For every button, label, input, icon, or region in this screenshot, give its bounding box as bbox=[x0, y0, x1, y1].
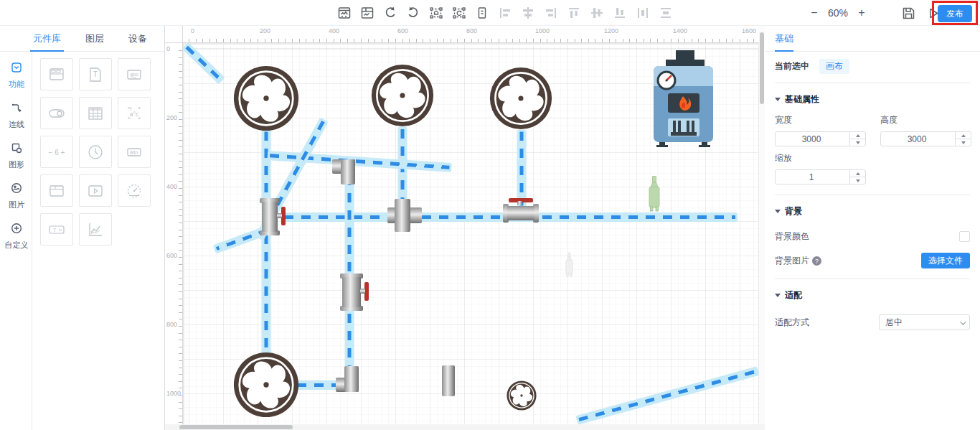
horizontal-scrollbar-thumb[interactable] bbox=[179, 425, 293, 429]
rail-item-connector[interactable]: 连线 bbox=[0, 96, 32, 136]
properties-panel: 基础 当前选中 画布 基础属性 宽度 高度 bbox=[765, 26, 980, 430]
ruler-tick-label: 1200 bbox=[604, 27, 618, 34]
rail-item-images[interactable]: 图片 bbox=[0, 177, 32, 217]
redo-icon[interactable] bbox=[405, 4, 422, 22]
collapse-caret-icon bbox=[775, 294, 781, 297]
save-template-icon[interactable] bbox=[359, 4, 376, 22]
background-color-swatch[interactable] bbox=[959, 231, 970, 242]
rail-item-shapes[interactable]: 图形 bbox=[0, 136, 32, 177]
height-input bbox=[880, 131, 971, 146]
tab-layers[interactable]: 图层 bbox=[85, 26, 104, 52]
step-up-icon[interactable] bbox=[850, 170, 865, 177]
palette-item-chart-widget[interactable] bbox=[79, 213, 112, 246]
vertical-scrollbar-thumb[interactable] bbox=[760, 32, 764, 104]
palette-item-table-widget[interactable] bbox=[79, 97, 112, 129]
choose-file-button[interactable]: 选择文件 bbox=[921, 253, 970, 268]
select-widget-icon: T bbox=[47, 220, 66, 239]
zoom-out-button[interactable]: − bbox=[808, 6, 821, 19]
distribute-vertical-icon[interactable] bbox=[657, 4, 674, 22]
section-background[interactable]: 背景 bbox=[775, 195, 970, 220]
bottle-device[interactable] bbox=[564, 248, 575, 282]
step-up-icon[interactable] bbox=[956, 132, 971, 139]
fan-device[interactable] bbox=[371, 64, 434, 127]
palette-item-button-widget[interactable]: Btn bbox=[118, 136, 151, 168]
scale-field[interactable] bbox=[776, 170, 847, 184]
step-down-icon[interactable] bbox=[850, 139, 865, 146]
align-middle-vertical-icon[interactable] bbox=[588, 4, 606, 22]
panel-widget-icon bbox=[47, 182, 66, 200]
ruler-tick-label: 800 bbox=[466, 27, 477, 34]
rail-item-custom[interactable]: 自定义 bbox=[0, 217, 32, 257]
palette-item-clock-widget[interactable] bbox=[79, 136, 112, 168]
ruler-tick-label: 600 bbox=[397, 27, 408, 34]
temperature-widget-icon: a°cT bbox=[125, 104, 143, 123]
palette-item-switch-widget[interactable] bbox=[40, 97, 73, 129]
align-bottom-icon[interactable] bbox=[611, 4, 628, 22]
background-color-label: 背景颜色 bbox=[775, 230, 809, 243]
zoom-in-button[interactable]: + bbox=[855, 6, 868, 19]
ruler-tick-label: 800 bbox=[166, 321, 177, 328]
scale-stepper bbox=[849, 170, 865, 184]
distribute-horizontal-icon[interactable] bbox=[634, 4, 651, 22]
palette-item-panel-widget[interactable] bbox=[40, 174, 73, 207]
section-basic-properties[interactable]: 基础属性 bbox=[775, 83, 970, 108]
align-center-horizontal-icon[interactable] bbox=[519, 4, 537, 22]
tab-component-library[interactable]: 元件库 bbox=[33, 26, 61, 52]
palette-item-input-widget[interactable]: abc bbox=[118, 58, 151, 90]
align-top-icon[interactable] bbox=[565, 4, 583, 22]
step-down-icon[interactable] bbox=[850, 177, 865, 184]
fan-device[interactable] bbox=[233, 352, 299, 418]
boiler-device[interactable] bbox=[649, 50, 717, 147]
width-field[interactable] bbox=[776, 132, 847, 146]
undo-icon[interactable] bbox=[382, 4, 399, 22]
fan-icon bbox=[371, 64, 434, 127]
pipe-piece[interactable] bbox=[442, 365, 455, 396]
align-left-icon[interactable] bbox=[496, 4, 514, 22]
palette-item-tabs-widget[interactable] bbox=[40, 58, 73, 90]
group-icon[interactable] bbox=[428, 4, 445, 22]
palette-item-temperature-widget[interactable]: a°cT bbox=[118, 97, 151, 129]
fan-device[interactable] bbox=[233, 65, 299, 131]
palette-item-select-widget[interactable]: T bbox=[40, 213, 73, 246]
editor-canvas[interactable]: 02004006008001000120014001600 0200400600… bbox=[165, 26, 765, 430]
valve-device[interactable] bbox=[500, 197, 547, 228]
rail-item-function[interactable]: 功能 bbox=[0, 56, 32, 96]
ruler-tick-label: 200 bbox=[260, 27, 270, 34]
text-widget-icon: T bbox=[86, 65, 105, 84]
component-panel-icon[interactable] bbox=[473, 4, 491, 22]
pipe-elbow[interactable] bbox=[341, 159, 355, 184]
export-image-icon[interactable] bbox=[336, 4, 353, 22]
pipe-segment[interactable] bbox=[517, 129, 527, 207]
pipe-segment[interactable] bbox=[262, 129, 271, 359]
valve-device[interactable] bbox=[258, 197, 288, 238]
tab-devices[interactable]: 设备 bbox=[128, 26, 147, 52]
step-down-icon[interactable] bbox=[956, 139, 971, 146]
palette-item-gauge-widget[interactable] bbox=[118, 174, 151, 207]
publish-button[interactable]: 发布 bbox=[938, 5, 972, 22]
fit-mode-select[interactable]: 居中 bbox=[879, 314, 970, 330]
svg-text:T: T bbox=[130, 107, 133, 111]
tab-basic[interactable]: 基础 bbox=[775, 26, 793, 52]
scale-label: 缩放 bbox=[775, 152, 970, 164]
ungroup-icon[interactable] bbox=[451, 4, 468, 22]
background-image-label: 背景图片? bbox=[775, 255, 821, 267]
palette-item-text-widget[interactable]: T bbox=[79, 58, 112, 90]
help-icon[interactable]: ? bbox=[812, 256, 821, 266]
align-right-icon[interactable] bbox=[542, 4, 560, 22]
pipe-cross[interactable] bbox=[395, 199, 410, 232]
fan-device[interactable] bbox=[489, 67, 552, 130]
vertical-ruler: 02004006008001000 bbox=[165, 43, 183, 430]
save-icon[interactable] bbox=[900, 4, 917, 22]
pipe-elbow[interactable] bbox=[344, 366, 359, 392]
switch-widget-icon bbox=[47, 104, 66, 123]
valve-device[interactable] bbox=[339, 272, 372, 314]
height-field[interactable] bbox=[881, 132, 953, 146]
fan-device[interactable] bbox=[507, 380, 537, 411]
palette-item-stepper-widget[interactable]: − 6 + bbox=[40, 136, 73, 168]
section-fit[interactable]: 适配 bbox=[775, 279, 970, 304]
image-icon bbox=[10, 182, 23, 197]
fan-icon bbox=[489, 67, 552, 130]
bottle-device[interactable] bbox=[646, 176, 662, 212]
palette-item-video-widget[interactable] bbox=[79, 174, 112, 207]
step-up-icon[interactable] bbox=[850, 132, 865, 139]
